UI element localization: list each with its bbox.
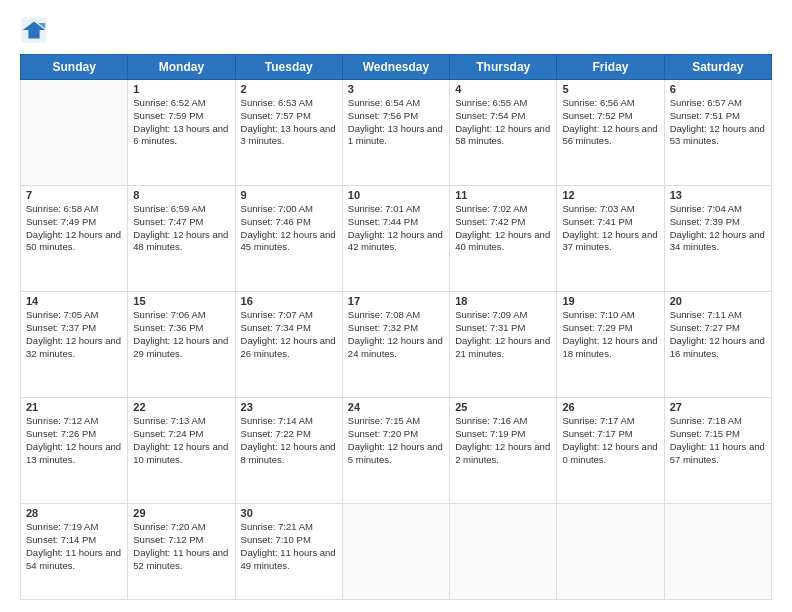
day-number: 28: [26, 507, 122, 519]
day-info: Sunrise: 7:08 AM Sunset: 7:32 PM Dayligh…: [348, 309, 444, 360]
day-info: Sunrise: 7:10 AM Sunset: 7:29 PM Dayligh…: [562, 309, 658, 360]
table-row: 15Sunrise: 7:06 AM Sunset: 7:36 PM Dayli…: [128, 292, 235, 398]
table-row: 17Sunrise: 7:08 AM Sunset: 7:32 PM Dayli…: [342, 292, 449, 398]
table-row: 4Sunrise: 6:55 AM Sunset: 7:54 PM Daylig…: [450, 80, 557, 186]
day-number: 8: [133, 189, 229, 201]
table-row: 25Sunrise: 7:16 AM Sunset: 7:19 PM Dayli…: [450, 398, 557, 504]
table-row: 12Sunrise: 7:03 AM Sunset: 7:41 PM Dayli…: [557, 186, 664, 292]
day-number: 26: [562, 401, 658, 413]
day-info: Sunrise: 7:17 AM Sunset: 7:17 PM Dayligh…: [562, 415, 658, 466]
day-number: 15: [133, 295, 229, 307]
day-number: 17: [348, 295, 444, 307]
day-info: Sunrise: 7:05 AM Sunset: 7:37 PM Dayligh…: [26, 309, 122, 360]
day-info: Sunrise: 7:19 AM Sunset: 7:14 PM Dayligh…: [26, 521, 122, 572]
day-info: Sunrise: 7:14 AM Sunset: 7:22 PM Dayligh…: [241, 415, 337, 466]
table-row: [450, 504, 557, 600]
day-info: Sunrise: 6:52 AM Sunset: 7:59 PM Dayligh…: [133, 97, 229, 148]
table-row: 22Sunrise: 7:13 AM Sunset: 7:24 PM Dayli…: [128, 398, 235, 504]
day-info: Sunrise: 7:04 AM Sunset: 7:39 PM Dayligh…: [670, 203, 766, 254]
day-number: 22: [133, 401, 229, 413]
table-row: 27Sunrise: 7:18 AM Sunset: 7:15 PM Dayli…: [664, 398, 771, 504]
table-row: 7Sunrise: 6:58 AM Sunset: 7:49 PM Daylig…: [21, 186, 128, 292]
header: [20, 16, 772, 44]
table-row: 30Sunrise: 7:21 AM Sunset: 7:10 PM Dayli…: [235, 504, 342, 600]
table-row: 23Sunrise: 7:14 AM Sunset: 7:22 PM Dayli…: [235, 398, 342, 504]
table-row: 2Sunrise: 6:53 AM Sunset: 7:57 PM Daylig…: [235, 80, 342, 186]
day-info: Sunrise: 7:15 AM Sunset: 7:20 PM Dayligh…: [348, 415, 444, 466]
table-row: 3Sunrise: 6:54 AM Sunset: 7:56 PM Daylig…: [342, 80, 449, 186]
day-number: 16: [241, 295, 337, 307]
logo-icon: [20, 16, 48, 44]
col-saturday: Saturday: [664, 55, 771, 80]
table-row: 29Sunrise: 7:20 AM Sunset: 7:12 PM Dayli…: [128, 504, 235, 600]
day-info: Sunrise: 7:13 AM Sunset: 7:24 PM Dayligh…: [133, 415, 229, 466]
table-row: [342, 504, 449, 600]
day-info: Sunrise: 7:02 AM Sunset: 7:42 PM Dayligh…: [455, 203, 551, 254]
day-number: 12: [562, 189, 658, 201]
day-number: 20: [670, 295, 766, 307]
day-number: 2: [241, 83, 337, 95]
table-row: [557, 504, 664, 600]
col-thursday: Thursday: [450, 55, 557, 80]
table-row: 5Sunrise: 6:56 AM Sunset: 7:52 PM Daylig…: [557, 80, 664, 186]
table-row: 16Sunrise: 7:07 AM Sunset: 7:34 PM Dayli…: [235, 292, 342, 398]
day-info: Sunrise: 6:58 AM Sunset: 7:49 PM Dayligh…: [26, 203, 122, 254]
day-info: Sunrise: 7:11 AM Sunset: 7:27 PM Dayligh…: [670, 309, 766, 360]
day-number: 21: [26, 401, 122, 413]
day-info: Sunrise: 6:54 AM Sunset: 7:56 PM Dayligh…: [348, 97, 444, 148]
table-row: 19Sunrise: 7:10 AM Sunset: 7:29 PM Dayli…: [557, 292, 664, 398]
table-row: 6Sunrise: 6:57 AM Sunset: 7:51 PM Daylig…: [664, 80, 771, 186]
day-info: Sunrise: 6:59 AM Sunset: 7:47 PM Dayligh…: [133, 203, 229, 254]
col-monday: Monday: [128, 55, 235, 80]
col-wednesday: Wednesday: [342, 55, 449, 80]
day-number: 27: [670, 401, 766, 413]
day-number: 9: [241, 189, 337, 201]
day-number: 29: [133, 507, 229, 519]
day-number: 4: [455, 83, 551, 95]
day-number: 6: [670, 83, 766, 95]
day-info: Sunrise: 7:07 AM Sunset: 7:34 PM Dayligh…: [241, 309, 337, 360]
table-row: 10Sunrise: 7:01 AM Sunset: 7:44 PM Dayli…: [342, 186, 449, 292]
day-info: Sunrise: 6:53 AM Sunset: 7:57 PM Dayligh…: [241, 97, 337, 148]
table-row: 26Sunrise: 7:17 AM Sunset: 7:17 PM Dayli…: [557, 398, 664, 504]
day-info: Sunrise: 7:18 AM Sunset: 7:15 PM Dayligh…: [670, 415, 766, 466]
calendar-header-row: Sunday Monday Tuesday Wednesday Thursday…: [21, 55, 772, 80]
day-info: Sunrise: 7:06 AM Sunset: 7:36 PM Dayligh…: [133, 309, 229, 360]
day-number: 13: [670, 189, 766, 201]
table-row: 1Sunrise: 6:52 AM Sunset: 7:59 PM Daylig…: [128, 80, 235, 186]
col-tuesday: Tuesday: [235, 55, 342, 80]
col-friday: Friday: [557, 55, 664, 80]
day-info: Sunrise: 7:01 AM Sunset: 7:44 PM Dayligh…: [348, 203, 444, 254]
table-row: [21, 80, 128, 186]
day-info: Sunrise: 6:55 AM Sunset: 7:54 PM Dayligh…: [455, 97, 551, 148]
day-number: 5: [562, 83, 658, 95]
day-number: 25: [455, 401, 551, 413]
table-row: 21Sunrise: 7:12 AM Sunset: 7:26 PM Dayli…: [21, 398, 128, 504]
day-info: Sunrise: 7:21 AM Sunset: 7:10 PM Dayligh…: [241, 521, 337, 572]
col-sunday: Sunday: [21, 55, 128, 80]
table-row: 14Sunrise: 7:05 AM Sunset: 7:37 PM Dayli…: [21, 292, 128, 398]
table-row: 28Sunrise: 7:19 AM Sunset: 7:14 PM Dayli…: [21, 504, 128, 600]
table-row: 18Sunrise: 7:09 AM Sunset: 7:31 PM Dayli…: [450, 292, 557, 398]
table-row: 24Sunrise: 7:15 AM Sunset: 7:20 PM Dayli…: [342, 398, 449, 504]
day-info: Sunrise: 7:03 AM Sunset: 7:41 PM Dayligh…: [562, 203, 658, 254]
day-info: Sunrise: 7:20 AM Sunset: 7:12 PM Dayligh…: [133, 521, 229, 572]
day-info: Sunrise: 7:00 AM Sunset: 7:46 PM Dayligh…: [241, 203, 337, 254]
day-number: 11: [455, 189, 551, 201]
day-number: 30: [241, 507, 337, 519]
day-info: Sunrise: 7:12 AM Sunset: 7:26 PM Dayligh…: [26, 415, 122, 466]
day-number: 14: [26, 295, 122, 307]
table-row: 11Sunrise: 7:02 AM Sunset: 7:42 PM Dayli…: [450, 186, 557, 292]
day-number: 7: [26, 189, 122, 201]
table-row: 8Sunrise: 6:59 AM Sunset: 7:47 PM Daylig…: [128, 186, 235, 292]
day-info: Sunrise: 7:16 AM Sunset: 7:19 PM Dayligh…: [455, 415, 551, 466]
day-number: 10: [348, 189, 444, 201]
day-number: 24: [348, 401, 444, 413]
day-info: Sunrise: 7:09 AM Sunset: 7:31 PM Dayligh…: [455, 309, 551, 360]
page: Sunday Monday Tuesday Wednesday Thursday…: [0, 0, 792, 612]
table-row: 9Sunrise: 7:00 AM Sunset: 7:46 PM Daylig…: [235, 186, 342, 292]
table-row: 20Sunrise: 7:11 AM Sunset: 7:27 PM Dayli…: [664, 292, 771, 398]
day-number: 3: [348, 83, 444, 95]
day-number: 19: [562, 295, 658, 307]
table-row: [664, 504, 771, 600]
